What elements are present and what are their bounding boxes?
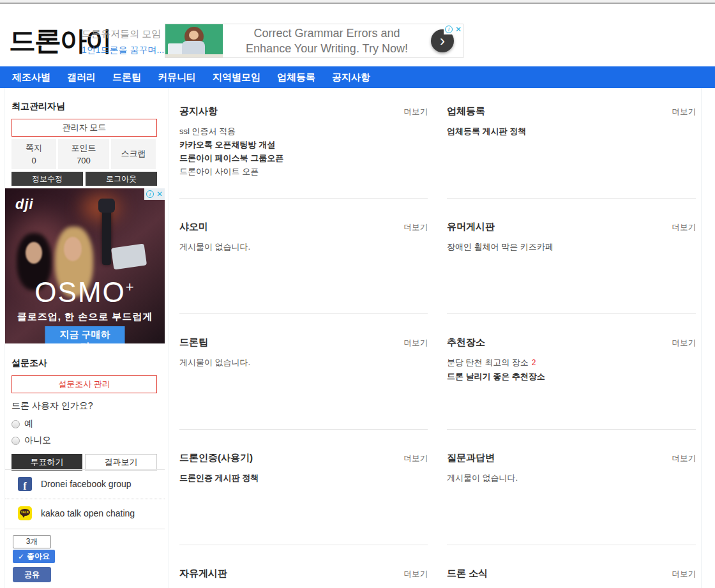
dji-logo: dji [15, 196, 34, 213]
stat-messages[interactable]: 쪽지 0 [11, 139, 56, 169]
facebook-like-widget: 3개 ✓ 좋아요 공유 [13, 535, 55, 582]
view-results-button[interactable]: 결과보기 [85, 454, 157, 471]
board-section: 공지사항 더보기 ssl 인증서 적용카카오톡 오픈채팅방 개설드론아이 페이스… [179, 105, 428, 221]
post-list: 게시물이 없습니다. [447, 471, 696, 485]
nav-item-business[interactable]: 업체등록 [269, 72, 324, 84]
post-list: 게시물이 없습니다. [179, 240, 428, 253]
board-title[interactable]: 유머게시판 [447, 221, 495, 233]
more-link[interactable]: 더보기 [404, 453, 428, 464]
post-list: 업체등록 게시판 정책 [447, 124, 696, 138]
board-section: 유머게시판 더보기 장애인 휠체어 막은 키즈카페 [447, 221, 696, 336]
admin-mode-button[interactable]: 관리자 모드 [11, 119, 157, 137]
nav-item-community[interactable]: 커뮤니티 [149, 72, 204, 84]
board-title[interactable]: 추천장소 [447, 336, 485, 349]
browser-top-strip [0, 0, 715, 4]
board-title[interactable]: 샤오미 [179, 221, 208, 233]
nav-item-regional[interactable]: 지역별모임 [204, 72, 269, 84]
profile-box: 최고관리자님 관리자 모드 쪽지 0 포인트 700 스크랩 정보수정 로그아웃 [5, 88, 165, 186]
tagline-primary: 드론유저들의 모임 [82, 28, 164, 40]
vote-button[interactable]: 투표하기 [11, 454, 82, 471]
post-link[interactable]: 드론인증 게시판 정책 [179, 471, 428, 485]
board-title[interactable]: 공지사항 [179, 105, 218, 117]
post-link[interactable]: 분당 탄천 최고의 장소2 [447, 356, 696, 370]
dji-osmo-ad[interactable]: dji OSMO+ 클로즈업, 한 손으로 부드럽게 지금 구매하기 i ✕ [5, 188, 165, 343]
board-title[interactable]: 업체등록 [447, 105, 485, 117]
facebook-icon: f [18, 477, 32, 491]
radio-button[interactable] [11, 437, 20, 445]
facebook-group-link[interactable]: f Dronei facebook group [5, 470, 165, 498]
post-link[interactable]: 장애인 휠체어 막은 키즈카페 [447, 240, 696, 253]
more-link[interactable]: 더보기 [404, 107, 428, 117]
more-link[interactable]: 더보기 [404, 338, 428, 349]
more-link[interactable]: 더보기 [404, 569, 428, 580]
empty-message: 게시물이 없습니다. [179, 356, 428, 369]
board-section: 추천장소 더보기 분당 탄천 최고의 장소2드론 날리기 좋은 추천장소 [447, 336, 696, 452]
kakaotalk-icon: TALK [18, 506, 32, 520]
board-section: 드론인증(사용기) 더보기 드론인증 게시판 정책 [179, 452, 428, 568]
board-title[interactable]: 드론 소식 [447, 568, 488, 580]
like-count-bubble: 3개 [13, 535, 51, 548]
dji-ad-choices-corner: i ✕ [144, 188, 165, 200]
nav-item-notice[interactable]: 공지사항 [324, 72, 379, 84]
survey-title: 설문조사 [11, 358, 157, 369]
stat-scrap[interactable]: 스크랩 [111, 139, 156, 169]
post-link[interactable]: 업체등록 게시판 정책 [447, 124, 696, 138]
stat-points[interactable]: 포인트 700 [58, 139, 109, 169]
header-ad-banner[interactable]: Correct Grammar Errors and Enhance Your … [165, 24, 463, 58]
ad-close-icon[interactable]: ✕ [156, 190, 163, 198]
nav-item-manufacturers[interactable]: 제조사별 [4, 72, 59, 84]
tagline-secondary: 1인1드론을 꿈꾸며... [82, 45, 164, 56]
ad-close-icon[interactable]: ✕ [455, 26, 462, 33]
board-title[interactable]: 드론팁 [179, 336, 208, 349]
board-section: 질문과답변 더보기 게시물이 없습니다. [447, 452, 696, 568]
more-link[interactable]: 더보기 [672, 222, 696, 233]
survey-option-no[interactable]: 아니오 [11, 435, 157, 446]
container-left-border [4, 88, 4, 588]
more-link[interactable]: 더보기 [672, 338, 696, 349]
nav-item-gallery[interactable]: 갤러리 [59, 72, 104, 84]
osmo-subtitle: 클로즈업, 한 손으로 부드럽게 [5, 311, 165, 323]
post-link[interactable]: ssl 인증서 적용 [179, 124, 428, 138]
share-button[interactable]: 공유 [13, 567, 51, 582]
post-link[interactable]: 드론 날리기 좋은 추천장소 [447, 370, 696, 383]
empty-message: 게시물이 없습니다. [179, 240, 428, 253]
sidebar: 최고관리자님 관리자 모드 쪽지 0 포인트 700 스크랩 정보수정 로그아웃… [5, 88, 165, 588]
post-link[interactable]: 카카오톡 오픈채팅방 개설 [179, 138, 428, 151]
sidebar-right-border [169, 88, 169, 588]
adchoices-info-icon[interactable]: i [146, 190, 154, 198]
container-right-border [701, 88, 702, 588]
post-list: 장애인 휠체어 막은 키즈카페 [447, 240, 696, 253]
comment-count: 2 [532, 358, 536, 367]
profile-stats: 쪽지 0 포인트 700 스크랩 [11, 139, 157, 169]
board-section: 샤오미 더보기 게시물이 없습니다. [179, 221, 428, 336]
board-title[interactable]: 자유게시판 [179, 568, 227, 580]
ad-banner-image [165, 24, 223, 57]
survey-manage-button[interactable]: 설문조사 관리 [11, 375, 157, 393]
post-link[interactable]: 드론아이 사이트 오픈 [179, 165, 428, 178]
board-title[interactable]: 질문과답변 [447, 452, 495, 464]
survey-question: 드론 사용자 인가요? [11, 400, 157, 412]
osmo-title: OSMO+ [5, 276, 165, 308]
ad-banner-text: Correct Grammar Errors and Enhance Your … [223, 26, 431, 56]
empty-message: 게시물이 없습니다. [447, 471, 696, 485]
radio-button[interactable] [11, 420, 20, 428]
post-link[interactable]: 드론아이 페이스북 그룹오픈 [179, 151, 428, 165]
kakao-chat-link[interactable]: TALK kakao talk open chating [5, 499, 165, 527]
more-link[interactable]: 더보기 [404, 222, 428, 233]
logout-button[interactable]: 로그아웃 [86, 172, 157, 186]
survey-option-yes[interactable]: 예 [11, 418, 157, 430]
nav-item-drone-tips[interactable]: 드론팁 [104, 72, 149, 84]
adchoices-info-icon[interactable]: i [445, 26, 453, 33]
buy-now-button[interactable]: 지금 구매하기 [45, 326, 125, 343]
username: 최고관리자님 [11, 101, 157, 112]
board-section: 자유게시판 더보기 DJI매빅 VS DJI 팬텀4 비교 [179, 568, 428, 588]
like-button[interactable]: ✓ 좋아요 [13, 550, 55, 563]
site-header: 드론아이 드론유저들의 모임 1인1드론을 꿈꾸며... Correct Gra… [0, 5, 715, 66]
board-title[interactable]: 드론인증(사용기) [179, 452, 253, 464]
more-link[interactable]: 더보기 [672, 107, 696, 117]
edit-info-button[interactable]: 정보수정 [11, 172, 83, 186]
more-link[interactable]: 더보기 [672, 569, 696, 580]
board-preview-grid: 공지사항 더보기 ssl 인증서 적용카카오톡 오픈채팅방 개설드론아이 페이스… [179, 105, 696, 588]
more-link[interactable]: 더보기 [672, 453, 696, 464]
post-list: 드론인증 게시판 정책 [179, 471, 428, 485]
